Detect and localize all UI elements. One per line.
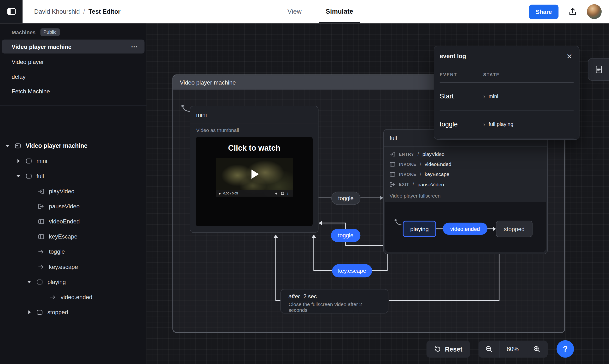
tree-item-toggle[interactable]: toggle [0, 244, 147, 259]
chevron-down-icon[interactable] [27, 281, 32, 283]
machine-item-video-player[interactable]: Video player [0, 54, 147, 69]
share-button[interactable]: Share [529, 5, 559, 19]
video-thumbnail-card[interactable]: Click to watch ▶ 0:00 / 0:05 ⋮ [196, 137, 313, 226]
tree-item-machine-root[interactable]: Video player machine [0, 138, 147, 153]
transition-key-escape[interactable]: key.escape [332, 264, 372, 277]
help-button[interactable]: ? [556, 340, 574, 358]
after-description: Close the fullscreen video after 2 secon… [289, 301, 380, 313]
invoke-icon [390, 162, 395, 167]
tree-item-pausevideo[interactable]: pauseVideo [0, 198, 147, 214]
event-arrow-icon [50, 294, 56, 300]
breadcrumb: David Khourshid / Test Editor [34, 8, 121, 15]
machines-header: Machines Public [0, 23, 147, 39]
tab-simulate[interactable]: Simulate [322, 0, 356, 23]
close-icon[interactable]: × [565, 52, 574, 61]
state-icon [36, 279, 43, 285]
volume-icon[interactable] [275, 191, 279, 195]
tree-item-videoended[interactable]: videoEnded [0, 214, 147, 229]
breadcrumb-owner[interactable]: David Khourshid [34, 8, 80, 15]
state-node-mini[interactable]: mini Video as thumbnail Click to watch ▶… [190, 106, 318, 233]
state-icon [26, 173, 32, 179]
tree-item-label: keyEscape [49, 233, 77, 240]
active-tab-underline [319, 22, 360, 23]
action-name: pauseVideo [417, 181, 444, 187]
full-child-states-region: playing video.ended stopped [385, 202, 546, 252]
action-kind: INVOKE [399, 172, 416, 177]
tree-item-stopped[interactable]: stopped [0, 305, 147, 320]
machine-item-label: delay [12, 73, 26, 80]
transition-toggle-to-mini[interactable]: toggle [331, 229, 360, 242]
video-frame[interactable]: ▶ 0:00 / 0:05 ⋮ [216, 158, 293, 197]
state-title: mini [196, 111, 207, 118]
tree-item-label: pauseVideo [49, 203, 80, 209]
state-node-mini-header[interactable]: mini [190, 106, 318, 123]
machine-icon [15, 143, 21, 148]
invoke-icon [38, 234, 44, 239]
action-row-entry[interactable]: ENTRY / playVideo [384, 149, 547, 159]
zoom-in-button[interactable] [526, 340, 547, 358]
refresh-icon [434, 346, 441, 352]
action-row-invoke-1[interactable]: INVOKE / videoEnded [384, 159, 547, 169]
column-state: STATE [483, 72, 500, 76]
more-options-icon[interactable]: ⋯ [131, 42, 138, 51]
transition-toggle-to-full[interactable]: toggle [331, 192, 360, 205]
breadcrumb-title: Test Editor [88, 8, 120, 15]
chevron-down-icon[interactable] [16, 175, 21, 177]
state-node-stopped[interactable]: stopped [496, 221, 533, 237]
after-transition[interactable]: after 2 sec Close the fullscreen video a… [280, 289, 388, 313]
state-node-full[interactable]: full ENTRY / playVideo INVOKE / videoEnd… [383, 129, 548, 254]
chevron-right-icon[interactable] [27, 310, 32, 314]
play-icon[interactable]: ▶ [219, 192, 221, 195]
action-name: playVideo [422, 151, 444, 157]
reset-button[interactable]: Reset [427, 340, 470, 358]
tree-item-key-escape[interactable]: key.escape [0, 259, 147, 274]
initial-state-icon [180, 104, 191, 115]
tab-view[interactable]: View [284, 0, 305, 23]
upload-icon [568, 7, 577, 16]
chevron-right-icon: › [483, 121, 485, 128]
export-button[interactable] [568, 7, 577, 16]
tree-item-playing[interactable]: playing [0, 274, 147, 289]
action-separator: / [420, 161, 421, 167]
chevron-right-icon[interactable] [16, 159, 21, 163]
event-log-title: event log [440, 53, 466, 60]
header-actions: Share [529, 0, 602, 23]
zoom-out-button[interactable] [479, 340, 499, 358]
machine-item-delay[interactable]: delay [0, 69, 147, 84]
event-log-row: toggle › full.playing [440, 111, 574, 139]
screenshot-viewport: David Khourshid / Test Editor View Simul… [0, 0, 609, 364]
fullscreen-icon[interactable] [281, 192, 284, 195]
machine-item-fetch-machine[interactable]: Fetch Machine [0, 84, 147, 99]
tree-item-playvideo[interactable]: playVideo [0, 183, 147, 198]
tree-item-video-ended[interactable]: video.ended [0, 289, 147, 304]
tree-item-full[interactable]: full [0, 168, 147, 183]
play-button[interactable] [251, 169, 259, 179]
machine-item-video-player-machine[interactable]: Video player machine ⋯ [2, 39, 145, 53]
tree-item-label: full [36, 173, 44, 179]
tree-item-label: mini [36, 157, 47, 164]
event-log-panel-tab[interactable] [588, 58, 609, 81]
state-icon [26, 158, 32, 164]
machine-item-label: Video player [12, 58, 44, 65]
sidebar-toggle-button[interactable] [0, 0, 23, 23]
state-icon [36, 309, 43, 315]
avatar[interactable] [587, 4, 602, 19]
tree-item-label: key.escape [49, 263, 78, 270]
tree-item-keyescape[interactable]: keyEscape [0, 229, 147, 244]
more-icon[interactable]: ⋮ [286, 192, 290, 195]
tree-item-label: Video player machine [26, 142, 87, 149]
transition-video-ended[interactable]: video.ended [443, 223, 487, 235]
action-row-invoke-2[interactable]: INVOKE / keyEscape [384, 169, 547, 179]
event-name: toggle [440, 120, 483, 128]
tab-view-label: View [288, 8, 302, 15]
event-arrow-icon [38, 249, 44, 254]
sidebar-divider [0, 105, 147, 106]
tab-simulate-label: Simulate [326, 8, 353, 15]
machines-label: Machines [12, 29, 36, 35]
tree-item-mini[interactable]: mini [0, 153, 147, 168]
entry-action-icon [38, 188, 44, 194]
chevron-down-icon[interactable] [5, 144, 10, 147]
state-node-playing[interactable]: playing [403, 221, 436, 237]
after-delay-line: after 2 sec [289, 293, 380, 299]
action-row-exit[interactable]: EXIT / pauseVideo [384, 179, 547, 189]
